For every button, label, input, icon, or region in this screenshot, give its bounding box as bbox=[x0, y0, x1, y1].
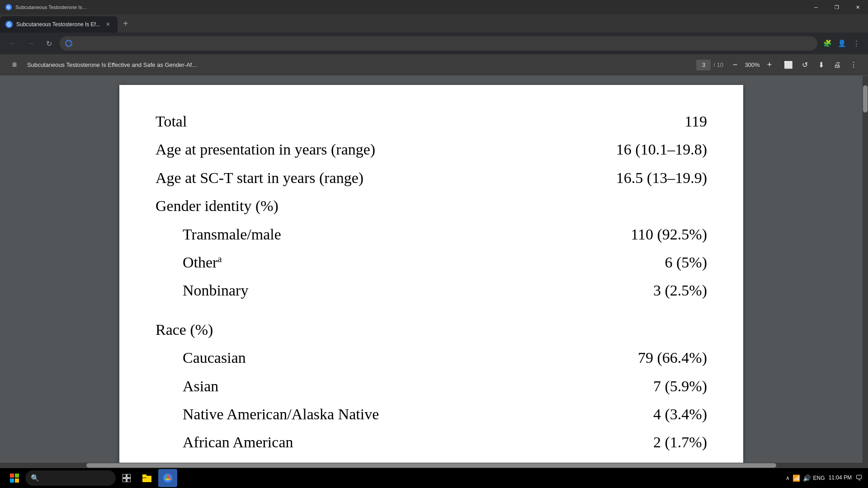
scrollbar-thumb-horizontal[interactable] bbox=[86, 463, 776, 468]
pdf-page-input[interactable] bbox=[696, 60, 711, 70]
network-icon: 📶 bbox=[793, 474, 800, 482]
pdf-more-button[interactable]: ⋮ bbox=[846, 58, 861, 72]
table-row: Age at SC-T start in years (range) 16.5 … bbox=[156, 164, 707, 192]
chevron-up-icon[interactable]: ∧ bbox=[786, 475, 790, 481]
taskbar-clock[interactable]: 11:04 PM bbox=[829, 474, 852, 482]
row-label-caucasian: Caucasian bbox=[156, 346, 246, 370]
row-label-age-presentation: Age at presentation in years (range) bbox=[156, 137, 375, 162]
minimize-button[interactable]: ─ bbox=[806, 0, 826, 14]
pdf-page-separator: / 10 bbox=[713, 61, 723, 68]
taskbar-system-icons: ∧ 📶 🔊 ENG bbox=[786, 474, 825, 482]
section-gap bbox=[156, 305, 707, 316]
svg-rect-5 bbox=[123, 474, 126, 478]
svg-rect-6 bbox=[127, 474, 131, 478]
pdf-document-title: Subcutaneous Testosterone Is Effective a… bbox=[27, 61, 691, 68]
main-area: Total 119 Age at presentation in years (… bbox=[0, 76, 868, 488]
svg-rect-4 bbox=[15, 479, 19, 483]
pdf-download-button[interactable]: ⬇ bbox=[814, 58, 828, 72]
new-tab-button[interactable]: + bbox=[119, 17, 132, 30]
task-view-button[interactable] bbox=[118, 469, 136, 487]
close-button[interactable]: ✕ bbox=[847, 0, 868, 14]
pdf-zoom-control: − 300% + bbox=[729, 59, 776, 71]
taskbar-search[interactable]: 🔍 bbox=[25, 470, 116, 486]
row-value-total: 119 bbox=[684, 109, 707, 134]
title-bar: G Subcutaneous Testosterone Is Ef... ─ ❐… bbox=[0, 0, 868, 14]
row-value-asian: 7 (5.9%) bbox=[653, 374, 707, 399]
pdf-zoom-value: 300% bbox=[743, 61, 761, 68]
tab-favicon-active: G bbox=[5, 21, 13, 28]
row-label-race: Race (%) bbox=[156, 318, 213, 342]
pdf-content: Total 119 Age at presentation in years (… bbox=[0, 76, 863, 488]
pdf-menu-button[interactable]: ≡ bbox=[7, 58, 22, 72]
pdf-print-button[interactable]: 🖨 bbox=[830, 58, 844, 72]
pdf-fit-button[interactable]: ⬜ bbox=[781, 58, 796, 72]
table-row: Caucasian 79 (66.4%) bbox=[156, 344, 707, 372]
row-value-caucasian: 79 (66.4%) bbox=[638, 346, 707, 370]
pdf-toolbar: ≡ Subcutaneous Testosterone Is Effective… bbox=[0, 54, 868, 76]
table-row: Total 119 bbox=[156, 108, 707, 136]
vertical-scrollbar[interactable] bbox=[863, 76, 868, 488]
taskbar-time-display: 11:04 PM bbox=[829, 474, 852, 482]
volume-icon[interactable]: 🔊 bbox=[803, 474, 811, 482]
title-bar-left: G Subcutaneous Testosterone Is Ef... bbox=[0, 4, 806, 10]
table-row: Nonbinary 3 (2.5%) bbox=[156, 277, 707, 305]
taskbar-right: ∧ 📶 🔊 ENG 11:04 PM 🗨 bbox=[786, 474, 863, 482]
tab-favicon: G bbox=[5, 4, 12, 10]
row-value-african-american: 2 (1.7%) bbox=[653, 430, 707, 455]
reload-button[interactable]: ↻ bbox=[42, 36, 56, 51]
data-table: Total 119 Age at presentation in years (… bbox=[156, 108, 707, 488]
horizontal-scrollbar[interactable] bbox=[0, 463, 863, 468]
svg-rect-9 bbox=[142, 474, 146, 478]
row-value-transmale: 110 (92.5%) bbox=[631, 222, 707, 247]
profile-icon[interactable]: 👤 bbox=[835, 37, 848, 50]
taskbar-app-explorer[interactable] bbox=[137, 469, 156, 487]
address-input[interactable] bbox=[60, 36, 817, 51]
table-row: Transmale/male 110 (92.5%) bbox=[156, 221, 707, 249]
taskbar-search-icon: 🔍 bbox=[31, 474, 39, 482]
title-bar-controls: ─ ❐ ✕ bbox=[806, 0, 868, 14]
superscript-a: a bbox=[217, 254, 222, 264]
svg-rect-8 bbox=[127, 479, 131, 482]
address-bar: ← → ↻ 🧩 👤 ⋮ bbox=[0, 33, 868, 54]
row-label-age-sct: Age at SC-T start in years (range) bbox=[156, 166, 363, 190]
row-value-other-a: 6 (5%) bbox=[665, 250, 707, 275]
row-value-age-presentation: 16 (10.1–19.8) bbox=[616, 137, 707, 162]
table-row: Race (%) bbox=[156, 316, 707, 344]
pdf-page: Total 119 Age at presentation in years (… bbox=[119, 85, 743, 479]
table-row: Othera 6 (5%) bbox=[156, 249, 707, 277]
taskbar-app-chrome[interactable] bbox=[158, 469, 177, 487]
lang-label: ENG bbox=[813, 475, 825, 481]
pdf-toolbar-actions: ⬜ ↺ ⬇ 🖨 ⋮ bbox=[781, 58, 861, 72]
table-row: African American 2 (1.7%) bbox=[156, 428, 707, 456]
maximize-button[interactable]: ❐ bbox=[826, 0, 847, 14]
pdf-rotate-button[interactable]: ↺ bbox=[797, 58, 812, 72]
more-options-icon[interactable]: ⋮ bbox=[850, 37, 863, 50]
row-label-african-american: African American bbox=[156, 430, 293, 455]
tab-active[interactable]: G Subcutaneous Testosterone Is Ef... ✕ bbox=[0, 16, 118, 33]
row-value-nonbinary: 3 (2.5%) bbox=[653, 278, 707, 303]
tab-title-active: Subcutaneous Testosterone Is Ef... bbox=[16, 21, 100, 28]
row-label-nonbinary: Nonbinary bbox=[156, 278, 248, 303]
svg-rect-1 bbox=[10, 474, 14, 478]
svg-rect-3 bbox=[10, 479, 14, 483]
scrollbar-thumb-vertical[interactable] bbox=[863, 85, 868, 113]
svg-rect-7 bbox=[123, 479, 126, 482]
pdf-zoom-out-button[interactable]: − bbox=[729, 59, 741, 71]
table-row: Native American/Alaska Native 4 (3.4%) bbox=[156, 400, 707, 428]
start-button[interactable] bbox=[5, 469, 24, 487]
row-label-native-american: Native American/Alaska Native bbox=[156, 402, 379, 427]
back-button[interactable]: ← bbox=[5, 36, 20, 51]
window-title: Subcutaneous Testosterone Is Ef... bbox=[15, 5, 88, 10]
forward-button[interactable]: → bbox=[24, 36, 38, 51]
pdf-zoom-in-button[interactable]: + bbox=[763, 59, 776, 71]
tab-close-button[interactable]: ✕ bbox=[104, 20, 112, 28]
row-label-gender-identity: Gender identity (%) bbox=[156, 194, 278, 218]
row-value-native-american: 4 (3.4%) bbox=[653, 402, 707, 427]
svg-rect-2 bbox=[15, 474, 19, 478]
row-label-other-a: Othera bbox=[156, 250, 222, 275]
extensions-icon[interactable]: 🧩 bbox=[821, 37, 834, 50]
notification-icon[interactable]: 🗨 bbox=[855, 474, 863, 482]
row-label-asian: Asian bbox=[156, 374, 218, 399]
row-label-total: Total bbox=[156, 109, 187, 134]
table-row: Asian 7 (5.9%) bbox=[156, 372, 707, 400]
